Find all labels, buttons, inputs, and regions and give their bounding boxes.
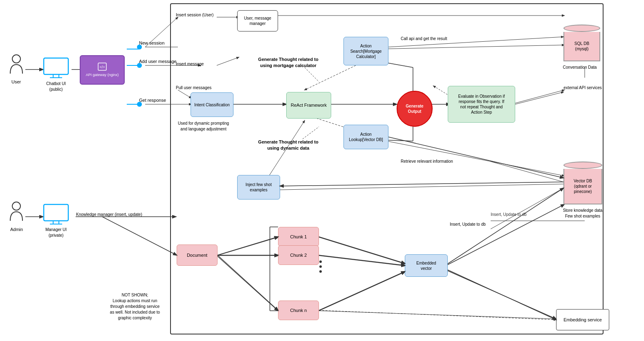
insert-session-label: Insert session (User) bbox=[176, 12, 213, 18]
document-box: Document bbox=[177, 245, 218, 266]
svg-point-46 bbox=[12, 55, 20, 63]
external-api-label: external API services bbox=[558, 85, 607, 91]
get-response-label: Get response bbox=[139, 97, 166, 103]
inject-few-shot-box: Inject few shotexamples bbox=[237, 175, 280, 200]
svg-point-47 bbox=[12, 202, 20, 210]
manager-ui-label: Manager UI(private) bbox=[42, 227, 70, 238]
admin-person-icon bbox=[8, 200, 25, 225]
conversation-data-label: Conversation Data bbox=[557, 65, 602, 70]
generate-thought-mortgage-label: Generate Thought related tousing mortgag… bbox=[245, 56, 331, 69]
admin-label: Admin bbox=[10, 227, 23, 233]
insert-update-label: Insert, Update to db bbox=[450, 222, 486, 227]
chunk1-box: Chunk 1 bbox=[278, 227, 319, 247]
chunkn-box: Chunk n bbox=[278, 301, 319, 320]
api-gateway-label: API gateway (nginx) bbox=[86, 73, 119, 78]
user-person-icon bbox=[8, 53, 25, 78]
diagram: Insert, Update to db User Admin Chatbot … bbox=[0, 0, 644, 341]
pull-messages-label: Pull user messages bbox=[176, 85, 211, 91]
add-user-message-label: Add user message bbox=[139, 58, 177, 65]
user-message-manager-box: User, messagemanager bbox=[237, 10, 278, 31]
embedded-vector-box: Embeddedvector bbox=[405, 254, 448, 277]
svg-rect-48 bbox=[44, 58, 68, 74]
api-gateway-box: </> API gateway (nginx) bbox=[80, 55, 125, 85]
generate-thought-dynamic-label: Generate Thought related tousing dynamic… bbox=[245, 139, 331, 152]
node-new-session bbox=[137, 45, 142, 49]
manager-ui-monitor bbox=[42, 204, 70, 226]
action-lookup-box: ActionLookup[Vector DB] bbox=[343, 125, 388, 149]
chunk2-box: Chunk 2 bbox=[278, 245, 319, 265]
knowledge-manager-label: Knowledge manager (insert, update) bbox=[76, 212, 142, 218]
chatbot-ui-label: Chatbot UI(public) bbox=[42, 81, 70, 92]
call-api-label: Call api and get the result bbox=[401, 36, 447, 42]
not-shown-label: NOT SHOWN;Lookup actions must runthrough… bbox=[98, 292, 172, 321]
new-session-label: New session bbox=[139, 40, 164, 46]
node-add-message bbox=[137, 63, 142, 68]
intent-classification-box: Intent Classification bbox=[191, 92, 233, 117]
evaluate-box: Evaluate in Observation ifresponse fits … bbox=[448, 86, 515, 123]
sql-db-cylinder: SQL DB(mysql) bbox=[563, 25, 600, 61]
react-framework-box: ReAct Framework bbox=[286, 92, 331, 119]
node-get-response bbox=[137, 102, 142, 107]
svg-text:</>: </> bbox=[99, 65, 105, 69]
embedding-service-box: Embedding service bbox=[556, 309, 609, 330]
user-label: User bbox=[11, 79, 21, 85]
action-search-box: ActionSearch[MortgageCalculator] bbox=[343, 37, 388, 65]
svg-rect-53 bbox=[44, 204, 68, 221]
insert-message-label: Insert message bbox=[176, 61, 204, 67]
vector-db-cylinder: Vector DB(qdrant orpinecone) bbox=[563, 162, 602, 204]
chatbot-ui-monitor bbox=[42, 57, 70, 80]
store-knowledge-label: Store knowledge dataFew shot examples bbox=[556, 208, 609, 219]
retrieve-info-label: Retrieve relevant information bbox=[401, 159, 453, 164]
generate-output-box: GenerateOutput bbox=[397, 91, 433, 127]
dynamic-prompting-label: Used for dynamic promptingand language a… bbox=[172, 121, 235, 132]
svg-line-68 bbox=[102, 217, 177, 255]
